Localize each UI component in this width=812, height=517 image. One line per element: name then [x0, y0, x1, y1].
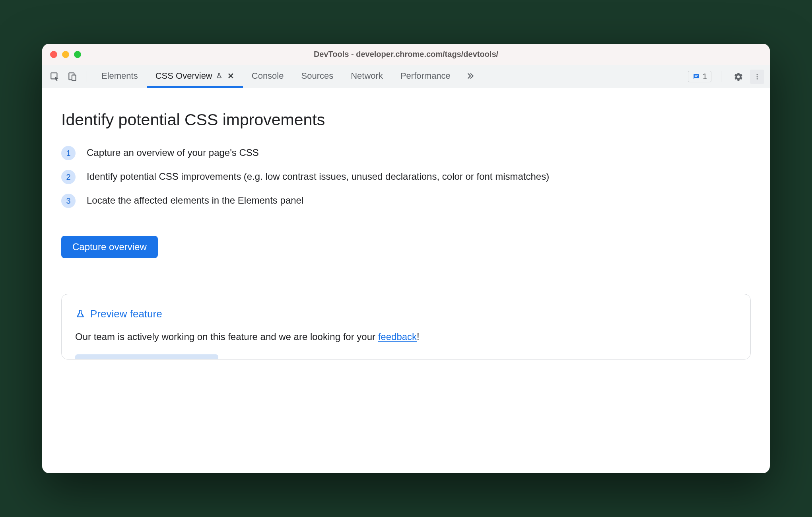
step-number: 2 [61, 170, 76, 184]
tab-label: Performance [400, 71, 451, 81]
svg-point-7 [757, 78, 758, 79]
tab-elements[interactable]: Elements [93, 65, 147, 88]
more-options-button[interactable] [750, 70, 764, 84]
more-tabs-button[interactable] [459, 65, 481, 88]
feedback-link[interactable]: feedback [378, 331, 417, 342]
step-text: Capture an overview of your page's CSS [87, 146, 259, 159]
traffic-lights [50, 51, 81, 58]
close-tab-icon[interactable]: ✕ [227, 71, 234, 81]
preview-body: Our team is actively working on this fea… [75, 331, 737, 342]
experimental-flask-icon [216, 72, 223, 80]
panel-tabs: Elements CSS Overview ✕ Console Sources … [93, 65, 481, 88]
issues-count: 1 [703, 72, 707, 81]
svg-point-6 [757, 76, 758, 77]
toolbar-divider [721, 71, 721, 82]
flask-icon [75, 309, 85, 319]
tab-label: Sources [301, 71, 333, 81]
step-number: 3 [61, 194, 76, 208]
kebab-icon [754, 73, 761, 80]
step-item: 2 Identify potential CSS improvements (e… [61, 170, 751, 184]
tab-label: Elements [101, 71, 138, 81]
titlebar: DevTools - developer.chrome.com/tags/dev… [42, 44, 770, 65]
preview-heading: Preview feature [75, 308, 737, 320]
step-text: Identify potential CSS improvements (e.g… [87, 170, 549, 183]
step-item: 1 Capture an overview of your page's CSS [61, 146, 751, 160]
tab-sources[interactable]: Sources [292, 65, 342, 88]
preview-body-suffix: ! [417, 331, 420, 342]
preview-feature-card: Preview feature Our team is actively wor… [61, 294, 751, 360]
device-toolbar-icon[interactable] [64, 65, 81, 88]
tab-label: CSS Overview [155, 71, 212, 81]
steps-list: 1 Capture an overview of your page's CSS… [61, 146, 751, 208]
tab-label: Console [252, 71, 284, 81]
toolbar-divider [87, 71, 87, 82]
devtools-toolbar: Elements CSS Overview ✕ Console Sources … [42, 65, 770, 88]
panel-content: Identify potential CSS improvements 1 Ca… [42, 88, 770, 473]
preview-title: Preview feature [90, 308, 162, 320]
chevron-double-right-icon [465, 71, 475, 81]
inspect-element-icon[interactable] [46, 65, 64, 88]
tab-network[interactable]: Network [342, 65, 392, 88]
step-number: 1 [61, 146, 76, 160]
settings-button[interactable] [731, 65, 746, 88]
svg-point-5 [757, 74, 758, 75]
preview-image-placeholder [75, 354, 218, 359]
preview-body-prefix: Our team is actively working on this fea… [75, 331, 378, 342]
step-text: Locate the affected elements in the Elem… [87, 194, 303, 207]
maximize-window-button[interactable] [74, 51, 81, 58]
window-title: DevTools - developer.chrome.com/tags/dev… [42, 50, 770, 59]
minimize-window-button[interactable] [62, 51, 69, 58]
svg-rect-4 [695, 76, 697, 77]
tab-label: Network [351, 71, 383, 81]
page-heading: Identify potential CSS improvements [61, 111, 751, 129]
gear-icon [734, 72, 743, 82]
capture-overview-button[interactable]: Capture overview [61, 236, 158, 258]
issues-badge[interactable]: 1 [688, 71, 711, 82]
tab-css-overview[interactable]: CSS Overview ✕ [147, 65, 243, 88]
devtools-window: DevTools - developer.chrome.com/tags/dev… [42, 44, 770, 473]
message-icon [692, 73, 700, 81]
close-window-button[interactable] [50, 51, 57, 58]
tab-console[interactable]: Console [243, 65, 293, 88]
svg-rect-3 [695, 75, 698, 76]
svg-rect-2 [72, 75, 76, 80]
step-item: 3 Locate the affected elements in the El… [61, 194, 751, 208]
tab-performance[interactable]: Performance [392, 65, 459, 88]
